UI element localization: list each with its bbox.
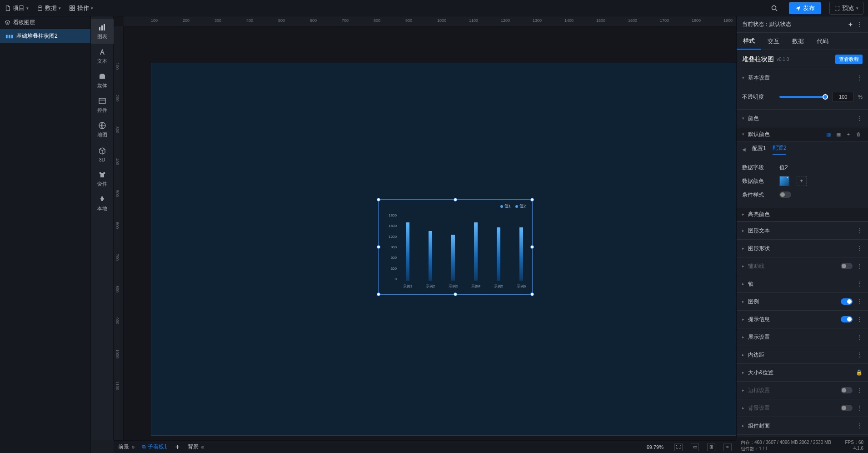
more-icon[interactable]: ⋮ [856, 227, 863, 234]
guides-toggle[interactable] [841, 263, 853, 269]
resize-handle-bm[interactable] [454, 292, 457, 296]
preview-label: 预览 [842, 4, 854, 12]
search-button[interactable] [768, 2, 781, 15]
section-header-color[interactable]: ▾颜色⋮ [737, 110, 868, 127]
actual-size-button[interactable]: ▭ [691, 443, 699, 451]
comp-kit[interactable]: 套件 [91, 166, 114, 191]
comp-local[interactable]: 本地 [91, 191, 114, 216]
data-color-row: 数据颜色 + [742, 174, 863, 188]
zoom-value: 69.79% [647, 444, 663, 450]
resize-handle-tm[interactable] [454, 198, 457, 201]
guides-toggle-button[interactable]: ≡ [723, 443, 732, 451]
chevron-down-icon: ▾ [91, 6, 93, 10]
tab-front[interactable]: 前景⎋ [118, 443, 134, 451]
delete-icon[interactable]: 🗑 [854, 130, 863, 138]
background-toggle[interactable] [841, 405, 853, 411]
resize-handle-tl[interactable] [377, 198, 380, 201]
more-icon[interactable]: ⋮ [856, 316, 863, 323]
more-icon[interactable]: ⋮ [856, 298, 863, 305]
data-field-row: 数据字段 值2 [742, 161, 863, 174]
resize-handle-br[interactable] [530, 292, 534, 296]
canvas[interactable]: 1002003004005006007008009001000110012001… [114, 16, 736, 440]
config-tab-1[interactable]: 配置1 [752, 145, 766, 154]
more-icon[interactable]: ⋮ [856, 422, 863, 429]
comp-control[interactable]: 控件 [91, 93, 114, 117]
section-header-basic[interactable]: ▾基本设置⋮ [737, 69, 868, 86]
tab-bg[interactable]: 背景⎋ [188, 443, 204, 451]
menu-project[interactable]: 项目 ▾ [5, 4, 29, 12]
layer-item-label: 基础堆叠柱状图2 [16, 32, 58, 40]
opacity-input[interactable] [833, 92, 853, 102]
add-tab-button[interactable]: + [175, 443, 180, 451]
grid-icon [69, 5, 75, 11]
add-color-button[interactable]: + [797, 176, 807, 186]
tab-interaction[interactable]: 交互 [761, 33, 786, 50]
opacity-slider[interactable] [779, 96, 828, 98]
tutorial-button[interactable]: 查看教程 [835, 55, 863, 64]
section-graphic-shape: ▸图形形状⋮ [737, 240, 868, 257]
layer-panel-header: 看板图层 [0, 16, 90, 29]
link-icon: ⎋ [201, 445, 204, 449]
more-icon[interactable]: ⋮ [856, 245, 863, 252]
section-background: ▸背景设置⋮ [737, 399, 868, 417]
cube-icon [98, 146, 107, 156]
data-color-label: 数据颜色 [742, 177, 775, 185]
tooltip-toggle[interactable] [841, 316, 853, 322]
sub-header-default-color[interactable]: ▾ 默认颜色 ▥ ▦ + 🗑 [737, 127, 868, 141]
cond-style-toggle[interactable] [779, 191, 791, 198]
resize-handle-tr[interactable] [530, 198, 534, 201]
chevron-down-icon: ▾ [26, 6, 29, 10]
more-icon[interactable]: ⋮ [856, 74, 863, 81]
tab-data[interactable]: 数据 [786, 33, 810, 50]
comp-media[interactable]: 媒体 [91, 68, 114, 93]
list-mode-icon[interactable]: ▦ [834, 130, 843, 138]
selected-widget[interactable]: 值1 值2 0300600900120015001800示例1示例2示例3示例4… [378, 199, 533, 295]
canvas-inner[interactable]: 值1 值2 0300600900120015001800示例1示例2示例3示例4… [124, 26, 736, 440]
chevron-right-icon: ▸ [742, 388, 744, 393]
opacity-row: 不透明度 % [742, 90, 863, 104]
more-icon[interactable]: ⋮ [856, 115, 863, 122]
tab-code[interactable]: 代码 [810, 33, 835, 50]
chevron-right-icon: ▸ [742, 406, 744, 410]
lock-icon[interactable]: 🔒 [856, 369, 863, 376]
more-icon[interactable]: ⋮ [856, 387, 863, 394]
layer-panel: 看板图层 ▮▮▮ 基础堆叠柱状图2 [0, 16, 91, 453]
color-swatch[interactable] [779, 176, 789, 186]
add-icon[interactable]: + [844, 130, 853, 138]
status-bar: 内存：468 / 3607 / 4096 MB 2062 / 2530 MB F… [736, 438, 868, 453]
resize-handle-rm[interactable] [530, 245, 534, 249]
config-tab-2[interactable]: 配置2 [773, 144, 787, 155]
comp-map[interactable]: 地图 [91, 117, 114, 142]
comp-3d[interactable]: 3D [91, 142, 114, 166]
grid-toggle-button[interactable]: ⊞ [707, 443, 715, 451]
state-row: 当前状态： 默认状态 + ⋮ [737, 16, 868, 33]
menu-data[interactable]: 数据 ▾ [37, 4, 61, 12]
comp-chart[interactable]: 图表 [91, 19, 114, 44]
legend-toggle[interactable] [841, 298, 853, 305]
menu-ops[interactable]: 操作 ▾ [69, 4, 93, 12]
preview-button[interactable]: 预览 ▾ [829, 2, 863, 15]
chart-plot [399, 215, 525, 281]
layer-item[interactable]: ▮▮▮ 基础堆叠柱状图2 [0, 29, 90, 43]
more-icon[interactable]: ⋮ [856, 262, 863, 270]
resize-handle-lm[interactable] [377, 245, 380, 249]
border-toggle[interactable] [841, 387, 853, 393]
publish-button[interactable]: 发布 [789, 2, 821, 14]
comp-label: 控件 [97, 107, 107, 114]
tab-mode-icon[interactable]: ▥ [824, 130, 833, 138]
more-icon[interactable]: ⋮ [856, 280, 863, 287]
state-more-icon[interactable]: ⋮ [857, 21, 863, 28]
more-icon[interactable]: ⋮ [856, 404, 863, 412]
more-icon[interactable]: ⋮ [856, 333, 863, 341]
fit-screen-button[interactable]: ⛶ [674, 443, 683, 451]
tab-sub[interactable]: ⧉子看板1 [142, 443, 167, 451]
tab-style[interactable]: 样式 [737, 33, 761, 50]
slider-knob[interactable] [823, 94, 828, 100]
comp-text[interactable]: 文本 [91, 44, 114, 68]
more-icon[interactable]: ⋮ [856, 351, 863, 358]
add-state-button[interactable]: + [848, 20, 853, 29]
resize-handle-bl[interactable] [377, 292, 380, 296]
prev-config-button[interactable]: ◀ [742, 147, 746, 152]
sub-header-highlight[interactable]: ▸ 高亮颜色 [737, 207, 868, 221]
comp-label: 文本 [97, 58, 107, 65]
